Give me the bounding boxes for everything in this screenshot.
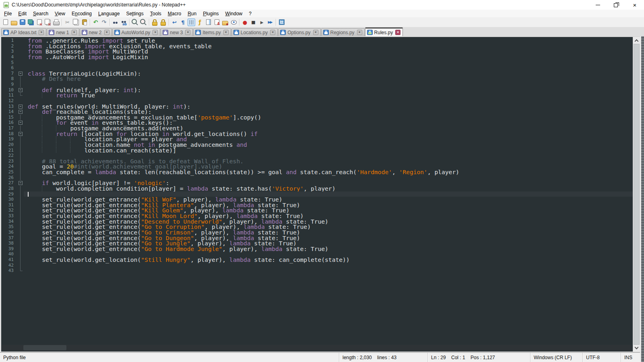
line-number[interactable]: 38 <box>1 241 17 246</box>
line-number[interactable]: 35 <box>1 224 17 230</box>
fold-collapse-icon[interactable] <box>17 109 24 115</box>
document-list-icon[interactable] <box>213 19 221 26</box>
line-number[interactable]: 2 <box>1 43 17 49</box>
function-list-icon[interactable] <box>196 19 204 26</box>
code-text[interactable]: set_rule(world.get_location("Still Hungr… <box>24 257 633 263</box>
line-number[interactable]: 19 <box>1 136 17 142</box>
sync-vertical-scroll-icon[interactable] <box>151 19 159 26</box>
vertical-scrollbar-thumb[interactable] <box>634 44 640 345</box>
line-number[interactable]: 25 <box>1 169 17 175</box>
line-number[interactable]: 36 <box>1 230 17 235</box>
tab-items-py[interactable]: Items.py× <box>193 28 231 36</box>
open-file-icon[interactable] <box>10 19 18 26</box>
zoom-in-icon[interactable] <box>131 19 139 26</box>
macro-stop-icon[interactable] <box>250 19 257 26</box>
copy-icon[interactable] <box>72 19 80 26</box>
status-encoding[interactable]: UTF-8 <box>582 353 621 362</box>
line-number[interactable]: 3 <box>1 49 17 54</box>
line-number[interactable]: 29 <box>1 191 17 197</box>
tab-close-icon[interactable]: × <box>39 30 44 35</box>
redo-icon[interactable] <box>100 19 108 26</box>
tab-locations-py[interactable]: Locations.py× <box>231 28 278 36</box>
tab-new-1[interactable]: new 1× <box>47 28 79 36</box>
code-line[interactable]: 11 return True <box>1 93 633 98</box>
tab-close-icon[interactable]: × <box>223 30 229 35</box>
line-number[interactable]: 16 <box>1 120 17 125</box>
cut-icon[interactable] <box>64 19 71 26</box>
show-all-characters-icon[interactable] <box>179 19 187 26</box>
fold-collapse-icon[interactable] <box>17 120 24 125</box>
line-number[interactable]: 32 <box>1 208 17 213</box>
restore-button[interactable] <box>607 0 625 10</box>
line-number[interactable]: 33 <box>1 213 17 219</box>
code-line[interactable]: 41 set_rule(world.get_location("Still Hu… <box>1 257 633 263</box>
code-line[interactable]: 43 <box>1 268 633 274</box>
zoom-out-icon[interactable] <box>140 19 147 26</box>
menu-help[interactable]: ? <box>246 10 255 17</box>
code-text[interactable]: # Defs here <box>24 76 633 82</box>
code-text[interactable] <box>24 268 633 274</box>
menu-file[interactable]: File <box>1 10 15 17</box>
horizontal-scrollbar[interactable] <box>2 345 632 351</box>
line-number[interactable]: 5 <box>1 60 17 66</box>
line-number[interactable]: 18 <box>1 131 17 137</box>
code-text[interactable] <box>24 60 633 66</box>
code-text[interactable]: class TerrariaLogic(LogicMixin): <box>24 71 633 76</box>
tab-rules-py[interactable]: Rules.py× <box>365 27 403 36</box>
line-number[interactable]: 20 <box>1 142 17 148</box>
line-number[interactable]: 1 <box>1 38 17 43</box>
line-number[interactable]: 42 <box>1 263 17 268</box>
close-icon[interactable] <box>35 19 43 26</box>
code-line[interactable]: 8 # Defs here <box>1 76 633 82</box>
tab-new-3[interactable]: new 3× <box>161 28 193 36</box>
code-text[interactable]: return True <box>24 93 633 98</box>
line-number[interactable]: 17 <box>1 125 17 131</box>
close-button[interactable]: × <box>625 0 644 10</box>
tab-close-icon[interactable]: × <box>395 30 400 35</box>
new-file-icon[interactable] <box>2 19 9 26</box>
code-text[interactable] <box>24 263 633 268</box>
menu-macro[interactable]: Macro <box>165 10 184 17</box>
tab-close-icon[interactable]: × <box>185 30 190 35</box>
line-number[interactable]: 23 <box>1 158 17 164</box>
menu-language[interactable]: Language <box>95 10 123 17</box>
menu-encoding[interactable]: Encoding <box>68 10 95 17</box>
document-map-icon[interactable] <box>204 19 212 26</box>
line-number[interactable]: 9 <box>1 82 17 87</box>
tab-new-2[interactable]: new 2× <box>80 28 112 36</box>
line-number[interactable]: 12 <box>1 98 17 104</box>
line-number[interactable]: 14 <box>1 109 17 115</box>
horizontal-scrollbar-thumb[interactable] <box>23 345 66 350</box>
menu-tools[interactable]: Tools <box>147 10 165 17</box>
menu-edit[interactable]: Edit <box>15 10 30 17</box>
line-number[interactable]: 40 <box>1 251 17 257</box>
menu-search[interactable]: Search <box>30 10 52 17</box>
fold-collapse-icon[interactable] <box>17 104 24 109</box>
line-number[interactable]: 41 <box>1 257 17 263</box>
macro-run-multiple-icon[interactable] <box>266 19 274 26</box>
editor[interactable]: 1from ..generic.Rules import set_rule2fr… <box>0 36 644 352</box>
code-line[interactable]: 5 <box>1 60 633 66</box>
sync-horizontal-scroll-icon[interactable] <box>159 19 167 26</box>
save-all-icon[interactable] <box>27 19 35 26</box>
tab-autoworld-py[interactable]: AutoWorld.py× <box>112 28 161 36</box>
macro-record-icon[interactable] <box>241 19 249 26</box>
code-line[interactable]: 4from ..AutoWorld import LogicMixin <box>1 54 633 60</box>
line-number[interactable]: 13 <box>1 104 17 109</box>
find-icon[interactable] <box>111 19 119 26</box>
line-number[interactable]: 8 <box>1 76 17 82</box>
line-number[interactable]: 22 <box>1 153 17 158</box>
menu-settings[interactable]: Settings <box>123 10 147 17</box>
folder-as-workspace-icon[interactable] <box>221 19 229 26</box>
tab-close-icon[interactable]: × <box>104 30 109 35</box>
save-icon[interactable] <box>19 19 26 26</box>
line-number[interactable]: 10 <box>1 87 17 93</box>
menu-view[interactable]: View <box>52 10 68 17</box>
line-number[interactable]: 7 <box>1 71 17 76</box>
close-all-icon[interactable] <box>44 19 52 26</box>
code-line[interactable]: 10 def rule(self, player: int): <box>1 87 633 93</box>
tab-options-py[interactable]: Options.py× <box>278 28 320 36</box>
code-line[interactable]: 28 world.completion_condition[player] = … <box>1 186 633 191</box>
tab-close-icon[interactable]: × <box>270 30 275 35</box>
line-number[interactable]: 34 <box>1 219 17 224</box>
